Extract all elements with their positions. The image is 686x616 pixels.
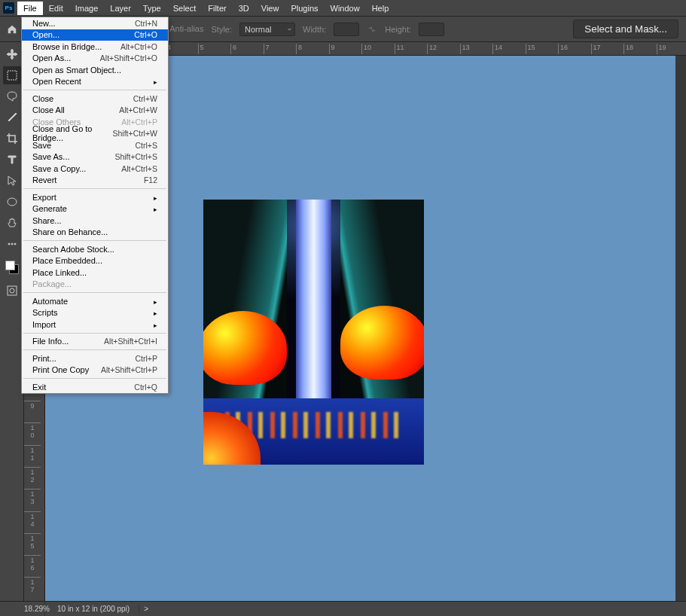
menu-item-open-recent[interactable]: Open Recent — [22, 76, 168, 88]
menu-item-new[interactable]: New...Ctrl+N — [22, 17, 168, 29]
ruler-tick: 14 — [492, 44, 502, 54]
ruler-tick: 11 — [24, 445, 41, 462]
svg-point-13 — [14, 243, 16, 245]
shape-tool[interactable] — [3, 193, 21, 211]
menu-select[interactable]: Select — [167, 2, 203, 15]
marquee-tool[interactable] — [3, 66, 21, 84]
status-zoom[interactable]: 18.29% — [0, 602, 45, 616]
menu-filter[interactable]: Filter — [202, 2, 232, 15]
menu-item-place-linked[interactable]: Place Linked... — [22, 267, 168, 279]
menu-item-share[interactable]: Share... — [22, 215, 168, 227]
menu-item-save-as[interactable]: Save As...Shift+Ctrl+S — [22, 151, 168, 163]
height-field — [419, 23, 444, 36]
width-label: Width: — [303, 25, 326, 34]
status-doc-info[interactable]: 10 in x 12 in (200 ppi) — [48, 605, 139, 613]
brush-tool[interactable] — [3, 108, 21, 127]
ruler-tick: 7 — [264, 44, 270, 54]
status-right: 10 in x 12 in (200 ppi) > — [45, 602, 153, 616]
menu-separator — [23, 333, 166, 334]
menu-item-close-and-go-to-bridge[interactable]: Close and Go to Bridge...Shift+Ctrl+W — [22, 128, 168, 140]
svg-rect-9 — [8, 71, 17, 80]
ruler-tick: 12 — [427, 44, 437, 54]
menu-item-search-adobe-stock[interactable]: Search Adobe Stock... — [22, 243, 168, 255]
ruler-tick: 10 — [361, 44, 371, 54]
ruler-tick: 19 — [657, 44, 666, 54]
menu-layer[interactable]: Layer — [104, 2, 137, 15]
menu-item-revert[interactable]: RevertF12 — [22, 175, 168, 187]
menu-edit[interactable]: Edit — [43, 2, 69, 15]
menu-item-exit[interactable]: ExitCtrl+Q — [22, 381, 168, 393]
hand-tool[interactable] — [3, 214, 21, 232]
style-label: Style: — [212, 25, 233, 34]
ruler-tick: 18 — [623, 44, 633, 54]
menu-3d[interactable]: 3D — [233, 2, 255, 15]
swap-dimensions-icon — [367, 24, 377, 35]
svg-point-10 — [8, 198, 17, 206]
menu-item-export[interactable]: Export — [22, 191, 168, 203]
menu-help[interactable]: Help — [366, 2, 395, 15]
status-caret-icon[interactable]: > — [139, 605, 153, 613]
scrollbar-vertical[interactable] — [675, 56, 686, 601]
svg-point-12 — [11, 243, 13, 245]
canvas-image[interactable] — [203, 200, 424, 465]
menu-item-place-embedded[interactable]: Place Embedded... — [22, 255, 168, 267]
menu-item-close[interactable]: CloseCtrl+W — [22, 93, 168, 105]
svg-rect-14 — [8, 286, 17, 295]
ruler-tick: 6 — [230, 44, 236, 54]
style-select[interactable]: Normal⌵ — [239, 23, 295, 36]
menu-item-scripts[interactable]: Scripts — [22, 307, 168, 319]
menu-item-package: Package... — [22, 279, 168, 291]
menu-item-file-info[interactable]: File Info...Alt+Shift+Ctrl+I — [22, 336, 168, 348]
menu-item-open-as[interactable]: Open As...Alt+Shift+Ctrl+O — [22, 53, 168, 65]
menu-window[interactable]: Window — [325, 2, 366, 15]
quick-mask-tool[interactable] — [3, 282, 21, 300]
ruler-tick: 8 — [296, 44, 302, 54]
menu-separator — [23, 90, 166, 90]
ruler-tick: 10 — [24, 422, 41, 439]
menu-item-print[interactable]: Print...Ctrl+P — [22, 352, 168, 364]
home-icon[interactable] — [6, 24, 18, 35]
menu-item-import[interactable]: Import — [22, 319, 168, 331]
svg-point-15 — [10, 288, 14, 293]
ruler-tick: 12 — [24, 467, 41, 483]
menu-item-open-as-smart-object[interactable]: Open as Smart Object... — [22, 64, 168, 76]
move-tool[interactable] — [3, 45, 21, 63]
menu-item-save-a-copy[interactable]: Save a Copy...Alt+Ctrl+S — [22, 163, 168, 175]
menu-view[interactable]: View — [255, 2, 285, 15]
more-tools[interactable] — [3, 235, 21, 253]
menu-item-automate[interactable]: Automate — [22, 295, 168, 307]
menu-type[interactable]: Type — [137, 2, 167, 15]
menu-item-share-on-behance[interactable]: Share on Behance... — [22, 227, 168, 239]
path-tool[interactable] — [3, 172, 21, 190]
menu-separator — [23, 349, 166, 350]
painting-content — [203, 200, 424, 465]
type-tool[interactable] — [3, 151, 21, 169]
ruler-tick: 15 — [526, 44, 535, 54]
ruler-tick: 13 — [460, 44, 470, 54]
ruler-tick: 5 — [198, 44, 204, 54]
menu-item-open[interactable]: Open...Ctrl+O — [22, 29, 168, 41]
status-bar: 18.29% 10 in x 12 in (200 ppi) > — [0, 601, 686, 616]
select-and-mask-button[interactable]: Select and Mask... — [573, 20, 678, 38]
ruler-tick: 17 — [591, 44, 601, 54]
height-label: Height: — [385, 25, 411, 34]
menubar: Ps FileEditImageLayerTypeSelectFilter3DV… — [0, 0, 686, 17]
menu-item-print-one-copy[interactable]: Print One CopyAlt+Shift+Ctrl+P — [22, 364, 168, 377]
menu-separator — [23, 240, 166, 241]
menu-plugins[interactable]: Plugins — [285, 2, 324, 15]
ruler-tick: 9 — [329, 44, 335, 54]
lasso-tool[interactable] — [3, 87, 21, 105]
menu-item-browse-in-bridge[interactable]: Browse in Bridge...Alt+Ctrl+O — [22, 41, 168, 53]
menu-item-generate[interactable]: Generate — [22, 203, 168, 215]
ruler-tick: 16 — [24, 555, 41, 572]
crop-tool[interactable] — [3, 130, 21, 148]
menu-item-close-all[interactable]: Close AllAlt+Ctrl+W — [22, 105, 168, 117]
color-swatch[interactable] — [5, 261, 19, 274]
file-menu-dropdown: New...Ctrl+NOpen...Ctrl+OBrowse in Bridg… — [21, 17, 169, 394]
menu-image[interactable]: Image — [69, 2, 105, 15]
menu-file[interactable]: File — [17, 2, 43, 15]
svg-point-11 — [8, 243, 10, 245]
ruler-tick: 14 — [24, 511, 41, 528]
menu-separator — [23, 292, 166, 293]
ps-logo-icon: Ps — [3, 2, 14, 14]
